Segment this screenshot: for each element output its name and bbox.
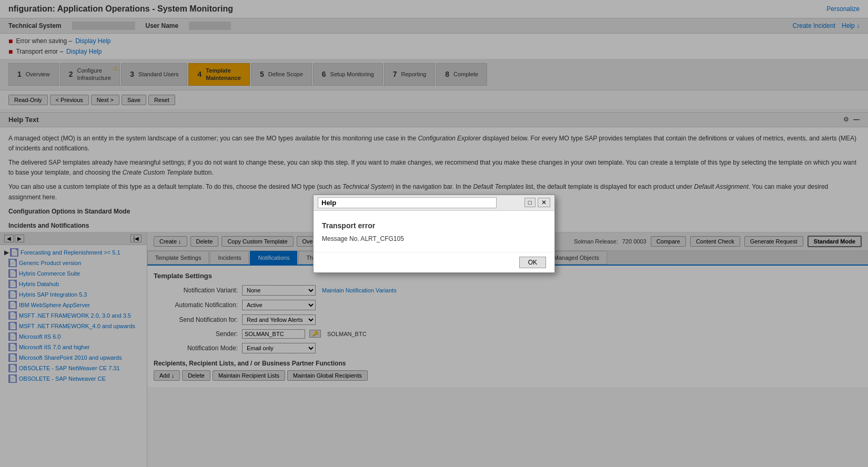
dialog-footer: OK [314,252,554,272]
dialog-close-button[interactable]: ✕ [538,198,550,207]
dialog-ok-button[interactable]: OK [519,257,546,268]
dialog-titlebar: □ ✕ [314,195,554,211]
help-dialog: □ ✕ Transport error Message No. ALRT_CFG… [313,195,555,273]
dialog-maximize-button[interactable]: □ [524,198,536,207]
dialog-overlay: □ ✕ Transport error Message No. ALRT_CFG… [0,0,868,467]
dialog-error-title: Transport error [322,221,546,230]
dialog-controls: □ ✕ [524,198,550,207]
dialog-title-input[interactable] [318,197,497,208]
dialog-message: Message No. ALRT_CFG105 [322,235,546,242]
dialog-body: Transport error Message No. ALRT_CFG105 [314,211,554,252]
